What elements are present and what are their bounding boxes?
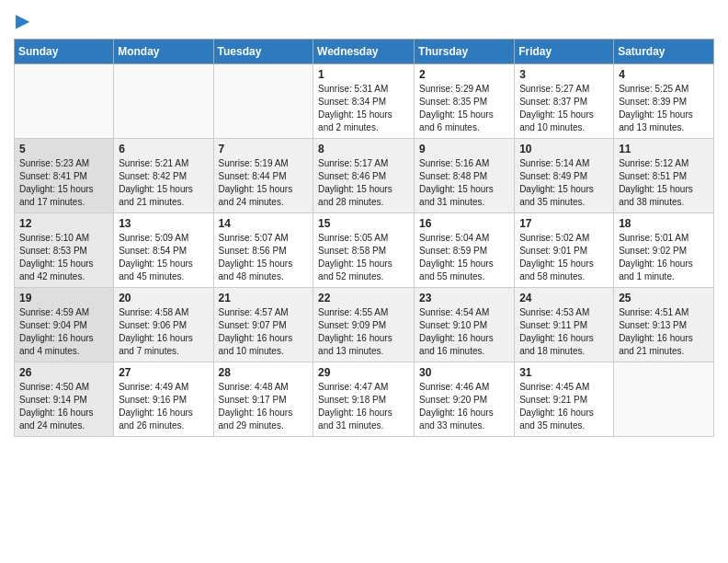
day-info: Sunrise: 5:21 AM Sunset: 8:42 PM Dayligh… — [119, 157, 208, 209]
calendar-cell: 29Sunrise: 4:47 AM Sunset: 9:18 PM Dayli… — [313, 362, 415, 437]
calendar-week-4: 19Sunrise: 4:59 AM Sunset: 9:04 PM Dayli… — [15, 288, 714, 362]
calendar-cell: 1Sunrise: 5:31 AM Sunset: 8:34 PM Daylig… — [313, 64, 415, 139]
day-info: Sunrise: 5:12 AM Sunset: 8:51 PM Dayligh… — [619, 157, 709, 209]
day-info: Sunrise: 4:45 AM Sunset: 9:21 PM Dayligh… — [519, 381, 609, 432]
day-number: 24 — [519, 292, 609, 304]
day-info: Sunrise: 5:10 AM Sunset: 8:53 PM Dayligh… — [19, 232, 108, 283]
day-info: Sunrise: 5:02 AM Sunset: 9:01 PM Dayligh… — [519, 232, 609, 283]
day-number: 18 — [619, 217, 709, 230]
day-info: Sunrise: 5:09 AM Sunset: 8:54 PM Dayligh… — [119, 232, 208, 283]
day-number: 2 — [419, 68, 509, 81]
day-number: 6 — [119, 143, 208, 155]
calendar-week-1: 1Sunrise: 5:31 AM Sunset: 8:34 PM Daylig… — [15, 64, 714, 139]
calendar-cell: 10Sunrise: 5:14 AM Sunset: 8:49 PM Dayli… — [515, 139, 614, 213]
day-info: Sunrise: 5:04 AM Sunset: 8:59 PM Dayligh… — [419, 232, 509, 283]
day-number: 13 — [119, 217, 208, 230]
day-info: Sunrise: 5:23 AM Sunset: 8:41 PM Dayligh… — [19, 157, 108, 209]
day-number: 12 — [19, 217, 108, 230]
calendar-cell: 17Sunrise: 5:02 AM Sunset: 9:01 PM Dayli… — [515, 213, 614, 288]
calendar-cell: 5Sunrise: 5:23 AM Sunset: 8:41 PM Daylig… — [15, 139, 114, 213]
day-number: 30 — [419, 366, 509, 379]
day-number: 19 — [19, 292, 108, 304]
day-number: 25 — [619, 292, 709, 304]
day-info: Sunrise: 4:54 AM Sunset: 9:10 PM Dayligh… — [419, 306, 509, 358]
calendar-cell: 19Sunrise: 4:59 AM Sunset: 9:04 PM Dayli… — [15, 288, 114, 362]
calendar-cell: 18Sunrise: 5:01 AM Sunset: 9:02 PM Dayli… — [614, 213, 714, 288]
calendar-cell: 21Sunrise: 4:57 AM Sunset: 9:07 PM Dayli… — [213, 288, 313, 362]
day-number: 5 — [19, 143, 108, 155]
calendar-cell: 20Sunrise: 4:58 AM Sunset: 9:06 PM Dayli… — [114, 288, 213, 362]
calendar-cell: 22Sunrise: 4:55 AM Sunset: 9:09 PM Dayli… — [313, 288, 415, 362]
calendar-cell: 15Sunrise: 5:05 AM Sunset: 8:58 PM Dayli… — [313, 213, 415, 288]
day-number: 8 — [318, 143, 409, 155]
calendar-cell: 7Sunrise: 5:19 AM Sunset: 8:44 PM Daylig… — [213, 139, 313, 213]
day-info: Sunrise: 5:19 AM Sunset: 8:44 PM Dayligh… — [219, 157, 309, 209]
day-info: Sunrise: 5:07 AM Sunset: 8:56 PM Dayligh… — [219, 232, 309, 283]
day-info: Sunrise: 5:27 AM Sunset: 8:37 PM Dayligh… — [519, 83, 609, 134]
logo: ▶ — [14, 9, 29, 31]
day-info: Sunrise: 4:48 AM Sunset: 9:17 PM Dayligh… — [219, 381, 309, 432]
day-header-monday: Monday — [114, 40, 213, 64]
day-info: Sunrise: 4:58 AM Sunset: 9:06 PM Dayligh… — [119, 306, 208, 358]
calendar-cell: 3Sunrise: 5:27 AM Sunset: 8:37 PM Daylig… — [515, 64, 614, 139]
day-info: Sunrise: 5:05 AM Sunset: 8:58 PM Dayligh… — [318, 232, 409, 283]
day-info: Sunrise: 5:31 AM Sunset: 8:34 PM Dayligh… — [318, 83, 409, 134]
day-number: 16 — [419, 217, 509, 230]
day-number: 17 — [519, 217, 609, 230]
day-number: 22 — [318, 292, 409, 304]
calendar-cell: 2Sunrise: 5:29 AM Sunset: 8:35 PM Daylig… — [415, 64, 515, 139]
day-header-tuesday: Tuesday — [213, 40, 313, 64]
day-header-wednesday: Wednesday — [313, 40, 415, 64]
day-number: 4 — [619, 68, 709, 81]
calendar-cell — [213, 64, 313, 139]
calendar-cell: 30Sunrise: 4:46 AM Sunset: 9:20 PM Dayli… — [415, 362, 515, 437]
day-info: Sunrise: 4:51 AM Sunset: 9:13 PM Dayligh… — [619, 306, 709, 358]
day-info: Sunrise: 4:59 AM Sunset: 9:04 PM Dayligh… — [19, 306, 108, 358]
calendar-cell: 28Sunrise: 4:48 AM Sunset: 9:17 PM Dayli… — [213, 362, 313, 437]
calendar-table: SundayMondayTuesdayWednesdayThursdayFrid… — [14, 39, 714, 437]
day-info: Sunrise: 4:53 AM Sunset: 9:11 PM Dayligh… — [519, 306, 609, 358]
calendar-cell: 16Sunrise: 5:04 AM Sunset: 8:59 PM Dayli… — [415, 213, 515, 288]
calendar-cell: 13Sunrise: 5:09 AM Sunset: 8:54 PM Dayli… — [114, 213, 213, 288]
day-info: Sunrise: 4:57 AM Sunset: 9:07 PM Dayligh… — [219, 306, 309, 358]
calendar-cell — [15, 64, 114, 139]
day-header-thursday: Thursday — [415, 40, 515, 64]
day-header-sunday: Sunday — [15, 40, 114, 64]
calendar-cell: 12Sunrise: 5:10 AM Sunset: 8:53 PM Dayli… — [15, 213, 114, 288]
day-info: Sunrise: 5:29 AM Sunset: 8:35 PM Dayligh… — [419, 83, 509, 134]
day-info: Sunrise: 4:47 AM Sunset: 9:18 PM Dayligh… — [318, 381, 409, 432]
day-header-saturday: Saturday — [614, 40, 714, 64]
day-number: 23 — [419, 292, 509, 304]
calendar-cell: 14Sunrise: 5:07 AM Sunset: 8:56 PM Dayli… — [213, 213, 313, 288]
calendar-cell: 31Sunrise: 4:45 AM Sunset: 9:21 PM Dayli… — [515, 362, 614, 437]
calendar-cell — [614, 362, 714, 437]
day-info: Sunrise: 5:16 AM Sunset: 8:48 PM Dayligh… — [419, 157, 509, 209]
calendar-cell: 8Sunrise: 5:17 AM Sunset: 8:46 PM Daylig… — [313, 139, 415, 213]
day-number: 15 — [318, 217, 409, 230]
day-number: 20 — [119, 292, 208, 304]
days-header-row: SundayMondayTuesdayWednesdayThursdayFrid… — [15, 40, 714, 64]
day-number: 14 — [219, 217, 309, 230]
day-number: 9 — [419, 143, 509, 155]
header: ▶ — [14, 9, 714, 31]
calendar-cell: 23Sunrise: 4:54 AM Sunset: 9:10 PM Dayli… — [415, 288, 515, 362]
day-info: Sunrise: 4:49 AM Sunset: 9:16 PM Dayligh… — [119, 381, 208, 432]
day-info: Sunrise: 4:46 AM Sunset: 9:20 PM Dayligh… — [419, 381, 509, 432]
calendar-cell: 4Sunrise: 5:25 AM Sunset: 8:39 PM Daylig… — [614, 64, 714, 139]
day-info: Sunrise: 4:55 AM Sunset: 9:09 PM Dayligh… — [318, 306, 409, 358]
calendar-cell: 26Sunrise: 4:50 AM Sunset: 9:14 PM Dayli… — [15, 362, 114, 437]
day-number: 10 — [519, 143, 609, 155]
day-info: Sunrise: 4:50 AM Sunset: 9:14 PM Dayligh… — [19, 381, 108, 432]
day-number: 21 — [219, 292, 309, 304]
day-info: Sunrise: 5:25 AM Sunset: 8:39 PM Dayligh… — [619, 83, 709, 134]
day-info: Sunrise: 5:14 AM Sunset: 8:49 PM Dayligh… — [519, 157, 609, 209]
day-header-friday: Friday — [515, 40, 614, 64]
day-number: 3 — [519, 68, 609, 81]
calendar-cell — [114, 64, 213, 139]
day-number: 27 — [119, 366, 208, 379]
calendar-cell: 6Sunrise: 5:21 AM Sunset: 8:42 PM Daylig… — [114, 139, 213, 213]
day-number: 31 — [519, 366, 609, 379]
day-number: 7 — [219, 143, 309, 155]
calendar-cell: 27Sunrise: 4:49 AM Sunset: 9:16 PM Dayli… — [114, 362, 213, 437]
calendar-week-5: 26Sunrise: 4:50 AM Sunset: 9:14 PM Dayli… — [15, 362, 714, 437]
